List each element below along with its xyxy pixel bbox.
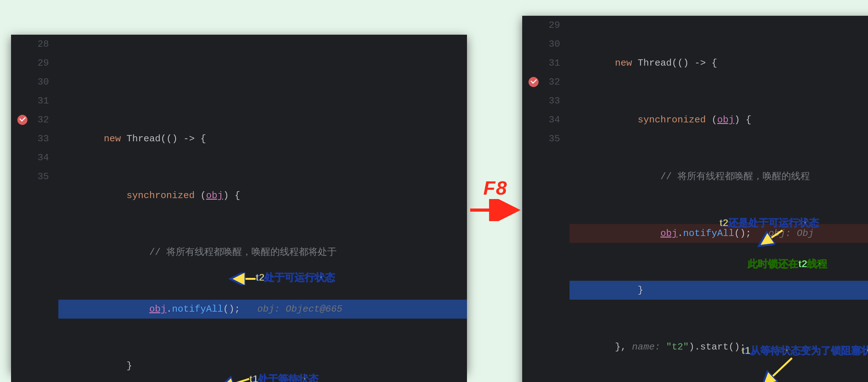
ide-right: 29 30 31 32 33 34 35 new Thread(() -> { … [522,16,868,382]
type-thread: Thread [126,133,161,144]
inline-hint: obj: Object@665 [257,304,342,315]
annotation: t2还是处于可运行状态 [719,216,819,230]
code-text: } [126,360,132,371]
line-num: 30 [11,72,49,92]
ident-obj: obj [717,115,734,125]
line-num: 31 [11,92,49,110]
code-text: . [166,304,172,315]
f8-label: F8 [467,177,524,199]
comment: // 将所有线程都唤醒，唤醒的线程 [660,171,810,182]
line-num: 29 [522,16,560,35]
code-text: . [677,228,683,239]
string: "t2" [666,342,689,352]
ide-left: 28 29 30 31 32 33 34 35 new Thread(() ->… [11,35,467,372]
type-thread: Thread [638,58,672,68]
gutter: 28 29 30 31 32 33 34 35 [11,35,58,382]
execution-line: obj.notifyAll(); obj: Object@665 [58,300,467,319]
code-text [660,342,666,352]
gutter: 29 30 31 32 33 34 35 [522,16,569,382]
fn-notifyall: notifyAll [172,304,223,315]
code-editor[interactable]: 28 29 30 31 32 33 34 35 new Thread(() ->… [11,35,467,382]
line-num: 34 [522,110,560,129]
code-text: ) { [223,190,240,201]
code-text: ) { [734,115,751,125]
code-text: } [638,285,643,295]
code-text: (() -> { [672,58,717,68]
comment: // 将所有线程都唤醒，唤醒的线程都将处于 [149,247,337,258]
line-num: 33 [522,92,560,110]
line-num: 35 [11,167,49,186]
code-text: (() -> { [161,133,206,144]
annotation: t2处于可运行状态 [255,270,335,285]
arrow-right-icon [467,199,524,221]
annotation: t1处于等待状态 [249,372,319,382]
line-num: 32 [11,110,49,129]
line-num: 34 [11,148,49,167]
code-text: (); [223,304,257,315]
transition-arrow: F8 [467,177,524,221]
line-num: 35 [522,129,560,148]
execution-line: } [569,281,868,300]
code-area[interactable]: new Thread(() -> { synchronized (obj) { … [58,35,467,382]
kw-sync: synchronized [126,190,200,201]
breakpoint-icon[interactable] [18,115,27,125]
code-text: ( [200,190,206,201]
code-area[interactable]: new Thread(() -> { synchronized (obj) { … [569,16,868,382]
breakpoint-icon[interactable] [528,77,538,87]
code-text: ( [712,115,717,125]
line-num: 29 [11,54,49,72]
line-num: 30 [522,35,560,54]
code-text: }, [615,342,632,352]
ident-obj: obj [149,304,166,315]
kw-sync: synchronized [638,115,712,125]
annotation: 此时锁还在t2线程 [748,257,827,271]
ident-obj: obj [660,228,677,239]
breakpoint-line: obj.notifyAll(); obj: Obj [569,224,868,243]
annotation: t1从等待状态变为了锁阻塞状态 [742,344,868,358]
line-num: 31 [522,54,560,72]
ident-obj: obj [206,190,223,201]
kw-new: new [615,58,638,68]
line-num: 33 [11,129,49,148]
code-text: ).start(); [689,342,746,352]
line-num: 28 [11,35,49,54]
kw-new: new [104,133,126,144]
line-num: 32 [522,72,560,92]
param-hint: name: [632,342,660,352]
code-editor[interactable]: 29 30 31 32 33 34 35 new Thread(() -> { … [522,16,868,382]
